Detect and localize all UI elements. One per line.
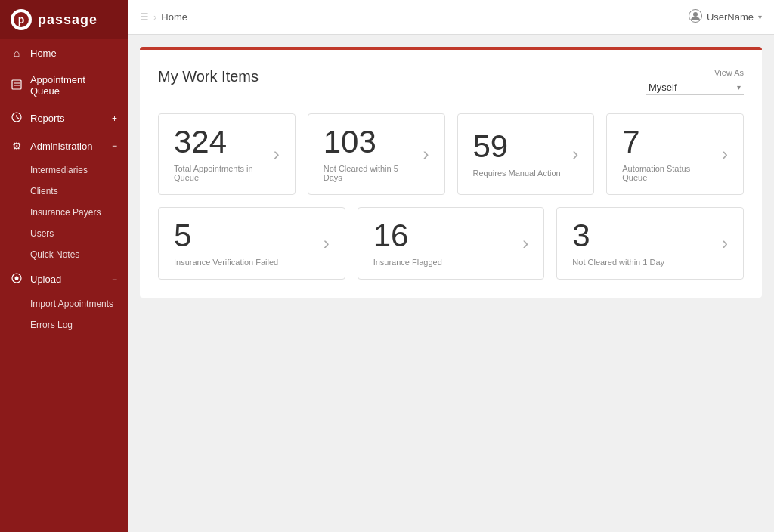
breadcrumb: ☰ › Home [140,11,187,23]
breadcrumb-separator: › [153,11,156,23]
sidebar-item-upload[interactable]: Upload − [0,265,128,293]
svg-point-9 [15,277,19,280]
work-item-label: Requires Manual Action [473,169,567,178]
sidebar-item-intermediaries[interactable]: Intermediaries [0,159,128,181]
sidebar-item-import-appointments[interactable]: Import Appointments [0,293,128,314]
work-item-number: 7 [622,126,716,158]
administration-expand-icon: − [112,141,117,151]
logo-icon: p [11,9,32,30]
sidebar-item-upload-label: Upload [30,274,61,285]
sidebar: p passage ⌂ Home Appointment Queue R [0,0,128,532]
sidebar-item-home[interactable]: ⌂ Home [0,39,128,66]
work-item-manual-action[interactable]: 59 Requires Manual Action › [457,113,595,195]
sidebar-item-insurance-payers[interactable]: Insurance Payers [0,202,128,223]
upload-icon [11,273,23,286]
sidebar-item-reports[interactable]: Reports + [0,104,128,132]
topbar: ☰ › Home UserName ▾ [128,0,774,35]
appointment-queue-icon [11,79,23,92]
content-area: My Work Items View As Myself ▾ 324 Total… [128,35,774,532]
menu-icon: ☰ [140,11,149,23]
upload-expand-icon: − [112,274,117,285]
work-item-label: Not Cleared within 1 Day [572,258,716,267]
work-item-label: Insurance Verification Failed [174,258,317,267]
sidebar-item-users[interactable]: Users [0,223,128,244]
work-items-bottom-grid: 5 Insurance Verification Failed › 16 Ins… [158,207,744,280]
work-item-info: 7 Automation Status Queue [622,126,716,182]
work-item-number: 324 [174,126,268,158]
sidebar-item-reports-label: Reports [30,113,65,124]
user-avatar-icon [689,9,702,25]
home-icon: ⌂ [11,47,23,59]
work-item-number: 3 [572,220,716,252]
work-item-automation-status[interactable]: 7 Automation Status Queue › [606,113,744,195]
work-items-card: My Work Items View As Myself ▾ 324 Total… [140,47,762,298]
sidebar-item-clients[interactable]: Clients [0,181,128,202]
sidebar-item-quick-notes[interactable]: Quick Notes [0,244,128,265]
work-item-arrow: › [722,144,728,165]
logo-text: passage [38,12,98,28]
work-item-arrow: › [572,144,578,165]
reports-icon [11,112,23,125]
sidebar-item-appointment-queue-label: Appointment Queue [30,74,117,97]
work-items-top-grid: 324 Total Appointments in Queue › 103 No… [158,113,744,195]
user-name: UserName [707,11,754,23]
administration-icon: ⚙ [11,140,23,152]
work-item-label: Total Appointments in Queue [174,164,268,182]
work-item-insurance-flagged[interactable]: 16 Insurance Flagged › [358,207,545,280]
view-as-value: Myself [649,82,734,93]
work-item-arrow: › [423,144,429,165]
sidebar-item-home-label: Home [30,48,57,59]
work-item-info: 324 Total Appointments in Queue [174,126,268,182]
work-item-arrow: › [522,233,528,254]
view-as-select[interactable]: Myself ▾ [646,80,744,95]
main-area: ☰ › Home UserName ▾ My Work Items View A… [128,0,774,532]
work-item-info: 5 Insurance Verification Failed [174,220,317,267]
work-item-insurance-verification-failed[interactable]: 5 Insurance Verification Failed › [158,207,345,280]
reports-expand-icon: + [112,113,117,124]
work-item-info: 103 Not Cleared within 5 Days [324,126,417,182]
work-item-number: 16 [373,220,517,252]
work-item-info: 3 Not Cleared within 1 Day [572,220,716,267]
sidebar-item-appointment-queue[interactable]: Appointment Queue [0,66,128,104]
sidebar-item-administration[interactable]: ⚙ Administration − [0,132,128,159]
work-item-total-appointments[interactable]: 324 Total Appointments in Queue › [158,113,296,195]
work-item-arrow: › [722,233,728,254]
work-item-number: 103 [324,126,417,158]
work-item-not-cleared-5days[interactable]: 103 Not Cleared within 5 Days › [308,113,445,195]
view-as-dropdown-icon: ▾ [737,83,741,91]
work-item-info: 59 Requires Manual Action [473,131,567,178]
sidebar-item-administration-label: Administration [30,141,92,152]
work-item-arrow: › [274,144,280,165]
work-item-number: 5 [174,220,317,252]
card-header: My Work Items View As Myself ▾ [158,68,744,95]
svg-point-11 [693,12,698,17]
view-as-label: View As [714,68,744,77]
work-item-number: 59 [473,131,567,162]
work-item-not-cleared-1day[interactable]: 3 Not Cleared within 1 Day › [556,207,744,280]
logo-area[interactable]: p passage [0,0,128,39]
svg-text:p: p [18,14,25,26]
sidebar-item-errors-log[interactable]: Errors Log [0,314,128,336]
work-item-info: 16 Insurance Flagged [373,220,517,267]
page-title: My Work Items [158,68,259,85]
breadcrumb-home[interactable]: Home [161,11,187,23]
svg-line-7 [17,117,19,119]
work-item-label: Insurance Flagged [373,258,517,267]
work-item-arrow: › [324,233,330,254]
work-item-label: Automation Status Queue [622,164,716,182]
user-dropdown-icon: ▾ [758,13,762,21]
view-as-section: View As Myself ▾ [646,68,744,95]
svg-rect-2 [12,80,21,89]
work-item-label: Not Cleared within 5 Days [324,164,417,182]
user-menu[interactable]: UserName ▾ [689,9,762,25]
